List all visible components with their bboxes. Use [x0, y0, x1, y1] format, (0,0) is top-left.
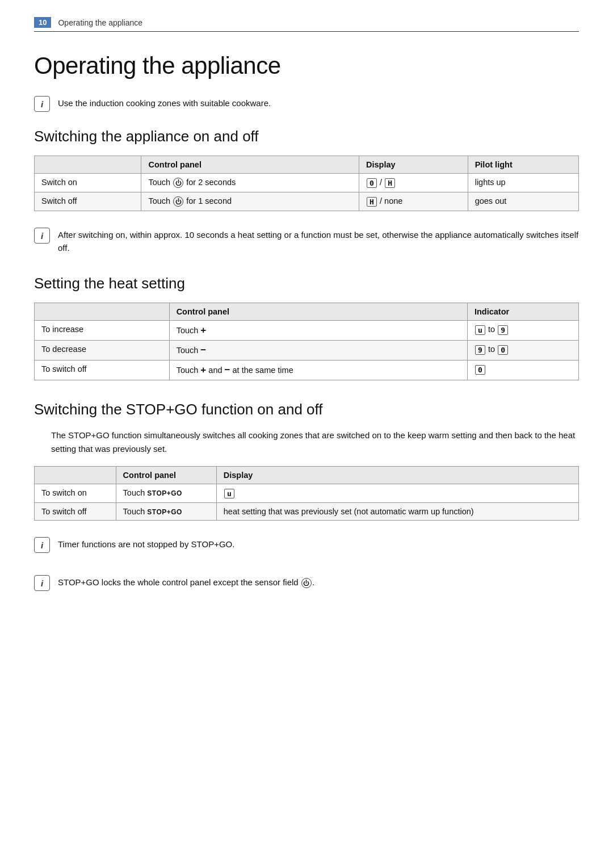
col-display-1: Display: [359, 156, 468, 174]
info-note-1: i Use the induction cooking zones with s…: [34, 95, 579, 112]
info-icon-2: i: [34, 228, 50, 244]
indicator-switch-off: 0: [467, 360, 578, 380]
power-icon-2: ⏻: [173, 196, 183, 207]
control-switch-on: Touch ⏻ for 2 seconds: [141, 174, 359, 192]
section3-table: Control panel Display To switch on Touch…: [34, 466, 579, 521]
action-increase: To increase: [35, 321, 170, 341]
display-switch-off: H / none: [359, 192, 468, 211]
col-control-panel-3: Control panel: [116, 467, 216, 484]
info-icon-4: i: [34, 575, 50, 591]
table-row: To increase Touch + u to 9: [35, 321, 579, 341]
action-stopgo-off: To switch off: [35, 503, 116, 521]
info-icon-3: i: [34, 537, 50, 553]
col-control-panel-2: Control panel: [169, 303, 467, 321]
pilot-switch-on: lights up: [468, 174, 578, 192]
section1-heading: Switching the appliance on and off: [34, 128, 579, 145]
indicator-decrease: 9 to 0: [467, 341, 578, 360]
info-notes-bottom: i Timer functions are not stopped by STO…: [34, 536, 579, 607]
header-title: Operating the appliance: [58, 18, 142, 27]
table-row: To decrease Touch − 9 to 0: [35, 341, 579, 360]
seg-u2: u: [224, 489, 234, 498]
col-indicator: Indicator: [467, 303, 578, 321]
info-text-3: Timer functions are not stopped by STOP+…: [58, 536, 234, 551]
section3-heading: Switching the STOP+GO function on and of…: [34, 401, 579, 418]
seg-0b: 0: [498, 345, 508, 355]
section3-body: The STOP+GO function simultaneously swit…: [51, 429, 579, 456]
minus-icon: −: [200, 345, 206, 355]
page-number: 10: [34, 17, 51, 28]
table-row: To switch off Touch + and − at the same …: [35, 360, 579, 380]
info-note-2: i After switching on, within approx. 10 …: [34, 227, 579, 254]
table-row: Switch off Touch ⏻ for 1 second H / none…: [35, 192, 579, 211]
control-stopgo-on: Touch Stop+Go: [116, 484, 216, 503]
display-stopgo-off: heat setting that was previously set (no…: [216, 503, 578, 521]
header-bar: 10 Operating the appliance: [34, 17, 579, 32]
main-heading: Operating the appliance: [34, 52, 579, 79]
table-row: To switch off Touch Stop+Go heat setting…: [35, 503, 579, 521]
minus-icon-2: −: [225, 364, 230, 375]
action-switch-off-heat: To switch off: [35, 360, 170, 380]
control-stopgo-off: Touch Stop+Go: [116, 503, 216, 521]
power-icon-3: ⏻: [301, 578, 312, 588]
info-icon-1: i: [34, 96, 50, 112]
col-empty-1: [35, 156, 141, 174]
info-text-1: Use the induction cooking zones with sui…: [58, 95, 271, 110]
col-display-2: Display: [216, 467, 578, 484]
stopgo-label-2: Stop+Go: [147, 508, 182, 516]
action-switch-off: Switch off: [35, 192, 141, 211]
info-text-4: STOP+GO locks the whole control panel ex…: [58, 575, 314, 589]
seg-u: u: [475, 325, 485, 335]
table-row: To switch on Touch Stop+Go u: [35, 484, 579, 503]
control-switch-off-heat: Touch + and − at the same time: [169, 360, 467, 380]
section2-heading: Setting the heat setting: [34, 275, 579, 292]
display-switch-on: 0 / H: [359, 174, 468, 192]
plus-icon-2: +: [200, 364, 206, 375]
action-decrease: To decrease: [35, 341, 170, 360]
col-empty-3: [35, 467, 116, 484]
seg-0: 0: [367, 178, 377, 188]
indicator-increase: u to 9: [467, 321, 578, 341]
seg-h: H: [385, 178, 395, 188]
power-icon: ⏻: [173, 178, 183, 188]
seg-9b: 9: [475, 345, 485, 355]
col-empty-2: [35, 303, 170, 321]
plus-icon: +: [200, 325, 206, 336]
display-stopgo-on: u: [216, 484, 578, 503]
table-row: Switch on Touch ⏻ for 2 seconds 0 / H li…: [35, 174, 579, 192]
info-note-3: i Timer functions are not stopped by STO…: [34, 536, 579, 553]
section2-table: Control panel Indicator To increase Touc…: [34, 303, 579, 380]
pilot-switch-off: goes out: [468, 192, 578, 211]
control-switch-off: Touch ⏻ for 1 second: [141, 192, 359, 211]
action-stopgo-on: To switch on: [35, 484, 116, 503]
col-control-panel-1: Control panel: [141, 156, 359, 174]
info-text-2: After switching on, within approx. 10 se…: [58, 227, 579, 254]
control-increase: Touch +: [169, 321, 467, 341]
seg-9: 9: [498, 325, 508, 335]
section1-table: Control panel Display Pilot light Switch…: [34, 156, 579, 211]
col-pilot-light: Pilot light: [468, 156, 578, 174]
seg-0c: 0: [475, 365, 485, 375]
seg-h2: H: [367, 197, 377, 207]
action-switch-on: Switch on: [35, 174, 141, 192]
control-decrease: Touch −: [169, 341, 467, 360]
stopgo-label-1: Stop+Go: [147, 489, 182, 497]
info-note-4: i STOP+GO locks the whole control panel …: [34, 575, 579, 591]
